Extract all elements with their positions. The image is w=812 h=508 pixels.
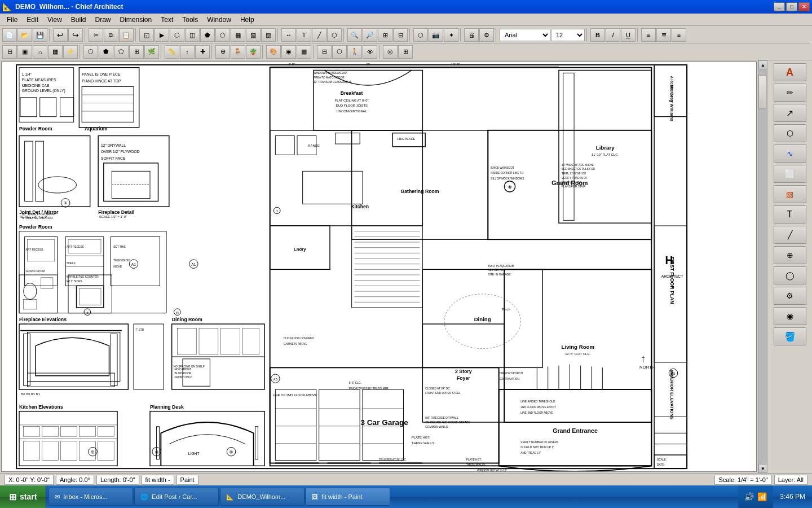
select-button[interactable]: ◱ (139, 28, 154, 42)
cabinet-button[interactable]: ▧ (246, 28, 261, 42)
rail-button[interactable]: ⬠ (114, 45, 129, 59)
right-tool-fill[interactable]: ▧ (774, 185, 806, 203)
close-button[interactable]: ✕ (798, 2, 810, 11)
plant-button[interactable]: 🪴 (246, 45, 261, 59)
dimension-button[interactable]: ↔ (281, 28, 296, 42)
view3d-button[interactable]: ⬡ (332, 45, 347, 59)
elevation-button[interactable]: ↑ (180, 45, 195, 59)
font-dropdown[interactable]: Arial (500, 29, 550, 41)
right-tool-a[interactable]: A (774, 63, 806, 81)
menu-edit[interactable]: Edit (22, 15, 43, 25)
scroll-up-button[interactable]: ▲ (758, 60, 767, 69)
menu-draw[interactable]: Draw (91, 15, 116, 25)
redo-button[interactable]: ↪ (68, 28, 83, 42)
scroll-track[interactable] (758, 69, 767, 464)
roof-button[interactable]: ⌂ (33, 45, 47, 59)
right-tool-curve[interactable]: ∿ (774, 144, 806, 163)
deck-button[interactable]: ⬟ (99, 45, 113, 59)
italic-button[interactable]: I (606, 28, 620, 42)
right-tool-text2[interactable]: T (774, 205, 806, 224)
scroll-down-button[interactable]: ▼ (758, 464, 767, 473)
stair-button[interactable]: ▦ (231, 28, 245, 42)
wall2-button[interactable]: ⬡ (83, 45, 98, 59)
align-center-button[interactable]: ≣ (656, 28, 671, 42)
right-tool-pencil[interactable]: ✏ (774, 84, 806, 102)
settings-button[interactable]: ⚙ (479, 28, 494, 42)
line-button[interactable]: ╱ (312, 28, 326, 42)
cut-button[interactable]: ✂ (89, 28, 103, 42)
fixture-button[interactable]: ▨ (261, 28, 276, 42)
door-button[interactable]: ◫ (185, 28, 200, 42)
right-tool-bucket[interactable]: 🪣 (774, 327, 806, 345)
cross-section-button[interactable]: ✚ (195, 45, 210, 59)
meas-button[interactable]: 📏 (165, 45, 179, 59)
electric-button[interactable]: ⚡ (63, 45, 78, 59)
walkthrough-button[interactable]: 🚶 (347, 45, 362, 59)
right-tool-eraser[interactable]: ⬜ (774, 165, 806, 183)
zoom-in-button[interactable]: 🔍 (347, 28, 362, 42)
right-tool-circle[interactable]: ◯ (774, 266, 806, 284)
material-button[interactable]: 🎨 (266, 45, 281, 59)
start-button[interactable]: ⊞ start (0, 485, 46, 508)
room-button[interactable]: ⬠ (215, 28, 230, 42)
new-button[interactable]: 📄 (2, 28, 17, 42)
taskbar-item-editpost[interactable]: 🌐 Edit Post ‹ Car... (134, 488, 219, 506)
undo-button[interactable]: ↩ (53, 28, 68, 42)
fill-window-button[interactable]: ⊟ (393, 28, 408, 42)
floor-button[interactable]: ▣ (17, 45, 32, 59)
camera-button[interactable]: 📷 (429, 28, 443, 42)
3d-button[interactable]: ⬡ (413, 28, 428, 42)
framing-button[interactable]: ▦ (48, 45, 63, 59)
minimize-button[interactable]: _ (774, 2, 785, 11)
zoom-out-button[interactable]: 🔎 (363, 28, 377, 42)
text-button[interactable]: T (297, 28, 311, 42)
symbol-button[interactable]: ⊕ (215, 45, 230, 59)
overview-button[interactable]: 👁 (363, 45, 377, 59)
copy-button[interactable]: ⧉ (104, 28, 118, 42)
furniture-button[interactable]: 🪑 (231, 45, 245, 59)
menu-dimension[interactable]: Dimension (116, 15, 157, 25)
drawing-area[interactable]: FIRST FLOOR PLAN and INTERIOR ELEVATIONS… (1, 62, 757, 472)
align-right-button[interactable]: ≡ (672, 28, 686, 42)
align-left-button[interactable]: ≡ (641, 28, 656, 42)
pointer-button[interactable]: ▶ (155, 28, 169, 42)
color-button[interactable]: ◉ (281, 45, 296, 59)
save-button[interactable]: 💾 (33, 28, 47, 42)
menu-window[interactable]: Window (202, 15, 236, 25)
right-tool-zoom[interactable]: ⊕ (774, 246, 806, 264)
foundation-button[interactable]: ⊟ (2, 45, 17, 59)
zoom-all-button[interactable]: ⊞ (378, 28, 392, 42)
fill-button[interactable]: ▩ (297, 45, 311, 59)
bold-button[interactable]: B (590, 28, 605, 42)
right-tool-line[interactable]: ╱ (774, 226, 806, 244)
menu-text[interactable]: Text (156, 15, 178, 25)
menu-tools[interactable]: Tools (178, 15, 202, 25)
maximize-button[interactable]: □ (786, 2, 797, 11)
grid-button[interactable]: ⊞ (398, 45, 413, 59)
right-tool-color[interactable]: ◉ (774, 307, 806, 325)
open-button[interactable]: 📂 (17, 28, 32, 42)
snap-button[interactable]: ◎ (383, 45, 398, 59)
underline-button[interactable]: U (621, 28, 636, 42)
paste-button[interactable]: 📋 (119, 28, 134, 42)
landscape-button[interactable]: 🌿 (144, 45, 159, 59)
wall-button[interactable]: ⬡ (170, 28, 184, 42)
view2d-button[interactable]: ⊟ (317, 45, 332, 59)
menu-help[interactable]: Help (236, 15, 259, 25)
render-button[interactable]: ✦ (444, 28, 458, 42)
right-tool-settings[interactable]: ⚙ (774, 287, 806, 305)
right-tool-arrow[interactable]: ↗ (774, 104, 806, 122)
menu-view[interactable]: View (43, 15, 67, 25)
font-size-dropdown[interactable]: 12 (551, 29, 585, 41)
taskbar-item-demo[interactable]: 📐 DEMO_Wilhom... (220, 488, 304, 506)
poly-button[interactable]: ⬡ (327, 28, 342, 42)
scroll-thumb[interactable] (758, 75, 766, 109)
fence-button[interactable]: ⊞ (129, 45, 144, 59)
menu-file[interactable]: File (2, 15, 22, 25)
print-button[interactable]: 🖨 (464, 28, 479, 42)
menu-build[interactable]: Build (67, 15, 91, 25)
taskbar-item-fitwidth[interactable]: 🖼 fit width - Paint (306, 488, 390, 506)
taskbar-item-inbox[interactable]: ✉ Inbox - Micros... (48, 488, 133, 506)
right-tool-shape[interactable]: ⬡ (774, 124, 806, 142)
window-btn[interactable]: ⬟ (200, 28, 215, 42)
